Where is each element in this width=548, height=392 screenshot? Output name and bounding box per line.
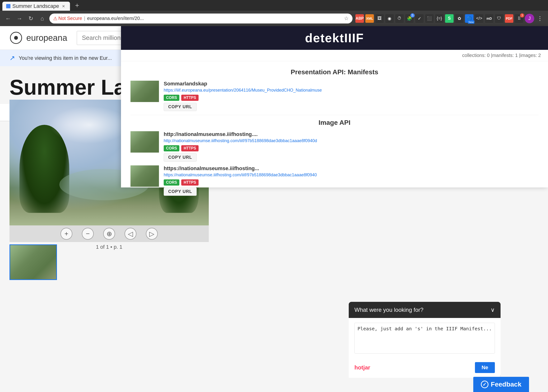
feedback-label: Feedback [491, 381, 521, 388]
image-thumb-0 [131, 131, 159, 153]
image-icon[interactable]: 🖼 [375, 14, 384, 23]
fit-button[interactable]: ⊕ [103, 228, 115, 240]
zoom-out-button[interactable]: − [82, 228, 94, 240]
section-divider [131, 115, 539, 115]
copy-url-button-img-0[interactable]: COPY URL [164, 153, 197, 161]
image-name-1: https://nationalmuseumse.iiifhosting... [164, 165, 539, 172]
detekt-title: detektIIIF [305, 31, 364, 45]
prev-button[interactable]: ◁ [125, 228, 136, 240]
detekt-header: detektIIIF [121, 26, 548, 50]
svg-point-0 [7, 5, 10, 7]
feedback-circle-icon: ✓ [481, 381, 488, 388]
forward-button[interactable]: → [15, 14, 24, 23]
detekt-panel: detektIIIF collections: 0 |manifests: 1 … [121, 26, 548, 188]
hotjar-logo-text: hotjar [354, 364, 370, 371]
tab-title: Summer Landscape [12, 3, 59, 9]
browser-toolbar: ← → ↻ ⌂ ⚠ Not Secure | europeana.eu/en/i… [0, 11, 548, 26]
image-item-1: https://nationalmuseumse.iiifhosting... … [131, 165, 539, 196]
tab-close-button[interactable]: ✕ [61, 4, 66, 9]
hotjar-collapse-button[interactable]: ∨ [491, 307, 495, 313]
tab-favicon [6, 4, 10, 8]
back-button[interactable]: ← [4, 14, 12, 23]
not-secure-indicator: ⚠ Not Secure [53, 16, 82, 21]
hotjar-header: What were you looking for? ∨ [349, 302, 500, 318]
flower-icon[interactable]: ✿ [455, 14, 464, 23]
cors-badge-0: CORS [164, 95, 179, 101]
image-section-title: Image API [131, 119, 539, 126]
image-badges-0: CORS HTTPS [164, 145, 539, 151]
https-badge-img-1: HTTPS [181, 179, 198, 186]
manifest-item-0: Sommarlandskap https://iiif.europeana.eu… [131, 81, 539, 111]
hotjar-question: What were you looking for? [354, 307, 423, 313]
pdf-icon[interactable]: PDF [505, 14, 513, 23]
hotjar-textarea[interactable]: Please, just add an 's' in the IIIF Mani… [354, 323, 495, 354]
toolbar-icons: ABP XML 🖼 ◉ ⏱ 🧩 5 ✓ ⬛ {=} S ✿ 🔵 New </> … [355, 14, 544, 23]
new-tab-button[interactable]: ＋ [72, 0, 82, 11]
hotjar-logo: hotjar [354, 364, 370, 371]
viewer-controls: + − ⊕ ◁ ▷ [9, 225, 209, 242]
cors-badge-img-1: CORS [164, 179, 179, 186]
image-badges-1: CORS HTTPS [164, 179, 539, 186]
md-icon[interactable]: mD [485, 14, 493, 23]
grid-icon[interactable]: ⠿ 3 [515, 14, 523, 23]
reload-button[interactable]: ↻ [27, 14, 35, 23]
new-badge: New [468, 21, 474, 24]
shield-icon[interactable]: 🛡 [495, 14, 503, 23]
https-badge-0: HTTPS [181, 95, 198, 101]
manifest-thumb-0 [131, 81, 159, 102]
code-icon[interactable]: </> [475, 14, 484, 23]
copy-url-button-0[interactable]: COPY URL [164, 103, 197, 111]
circle-icon[interactable]: ◉ [385, 14, 394, 23]
detekt-body: Presentation API: Manifests Sommarlandsk… [121, 61, 548, 204]
thumbnail-strip [9, 245, 209, 280]
s-icon[interactable]: S [445, 14, 454, 23]
manifest-url-0[interactable]: https://iiif.europeana.eu/presentation/2… [164, 88, 539, 93]
brackets-icon[interactable]: {=} [435, 14, 444, 23]
manifest-info-0: Sommarlandskap https://iiif.europeana.eu… [164, 81, 539, 111]
manifest-name-0: Sommarlandskap [164, 81, 539, 87]
browser-tabs: Summer Landscape ✕ ＋ [0, 0, 548, 11]
site-logo-text: europeana [26, 33, 67, 43]
bookmark-icon[interactable]: ☆ [344, 15, 349, 21]
extension-icon-1[interactable]: 🧩 5 [405, 14, 414, 23]
europeana-logo-icon [9, 31, 22, 44]
presentation-section-title: Presentation API: Manifests [131, 68, 539, 76]
image-info-1: https://nationalmuseumse.iiifhosting... … [164, 165, 539, 196]
hotjar-footer: hotjar Ne [349, 359, 500, 378]
copy-url-button-img-1[interactable]: COPY URL [164, 188, 197, 196]
profile-avatar[interactable]: J [525, 14, 534, 23]
checkmark-icon[interactable]: ✓ [415, 14, 424, 23]
address-bar[interactable]: ⚠ Not Secure | europeana.eu/en/item/20..… [49, 14, 353, 23]
thumbnail-1[interactable] [9, 245, 57, 280]
home-button[interactable]: ⌂ [38, 14, 47, 23]
image-info-0: http://nationalmuseumse.iiifhosting.... … [164, 131, 539, 161]
abp-icon[interactable]: ABP [355, 14, 364, 23]
xml-icon[interactable]: XML [365, 14, 374, 23]
page-content: europeana ABOUT US ↗ You're viewing this… [0, 26, 548, 392]
browser-chrome: Summer Landscape ✕ ＋ ← → ↻ ⌂ ⚠ Not Secur… [0, 0, 548, 26]
active-tab[interactable]: Summer Landscape ✕ [2, 2, 70, 11]
image-item-0: http://nationalmuseumse.iiifhosting.... … [131, 131, 539, 161]
clock-icon[interactable]: ⏱ [395, 14, 404, 23]
new-icon[interactable]: 🔵 New [465, 14, 473, 23]
cors-badge-img-0: CORS [164, 145, 179, 151]
badge-3: 3 [520, 13, 524, 18]
more-options-icon[interactable]: ⋮ [536, 14, 544, 23]
banner-text: You're viewing this item in the new Eur.… [19, 55, 112, 61]
manifest-badges-0: CORS HTTPS [164, 95, 539, 101]
feedback-button[interactable]: ✓ Feedback [473, 377, 529, 392]
monitor-icon[interactable]: ⬛ [425, 14, 434, 23]
image-thumb-1 [131, 165, 159, 187]
address-text: europeana.eu/en/item/20... [87, 16, 342, 21]
svg-point-2 [14, 36, 18, 40]
next-button[interactable]: ▷ [146, 228, 158, 240]
image-url-0[interactable]: http://nationalmuseumse.iiifhosting.com/… [164, 138, 539, 143]
https-badge-img-0: HTTPS [181, 145, 198, 151]
site-logo: europeana [9, 31, 67, 44]
hotjar-next-button[interactable]: Ne [475, 362, 495, 373]
hotjar-widget: What were you looking for? ∨ Please, jus… [349, 302, 500, 378]
image-name-0: http://nationalmuseumse.iiifhosting.... [164, 131, 539, 137]
hotjar-body: Please, just add an 's' in the IIIF Mani… [349, 318, 500, 359]
zoom-in-button[interactable]: + [61, 228, 72, 240]
image-url-1[interactable]: https://nationalmuseumse.iiifhosting.com… [164, 173, 539, 177]
